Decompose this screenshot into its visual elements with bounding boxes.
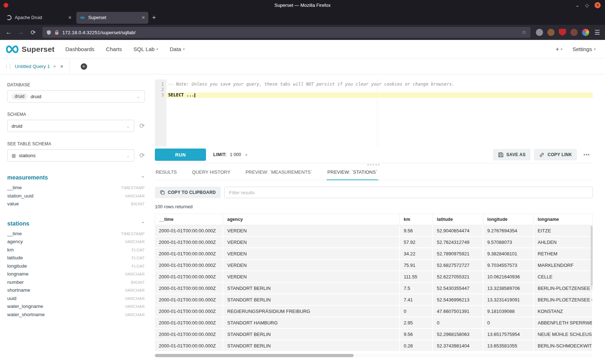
limit-label: LIMIT: <box>213 152 227 157</box>
add-new-button[interactable]: +▾ <box>556 46 563 53</box>
brand-name: Superset <box>22 45 54 54</box>
chevron-up-icon[interactable]: ⌄ <box>141 175 145 181</box>
horizontal-scrollbar-track[interactable] <box>155 354 593 357</box>
tab-close-icon[interactable]: ✕ <box>68 15 72 20</box>
extension-pinwheel-icon[interactable] <box>582 29 589 36</box>
settings-menu[interactable]: Settings▾ <box>573 46 596 52</box>
column-row: water_shortnameVARCHAR <box>7 311 145 319</box>
column-header[interactable]: longname <box>534 214 593 225</box>
pane-resize-handle[interactable]: ●●●●● <box>367 163 380 166</box>
save-icon <box>498 152 503 158</box>
column-type: VARCHAR <box>125 286 145 295</box>
insecure-lock-icon[interactable] <box>54 30 59 35</box>
more-actions-button[interactable]: ••• <box>581 152 593 158</box>
chevron-down-icon: ⌄ <box>136 94 140 99</box>
nav-dashboards[interactable]: Dashboards <box>65 46 94 52</box>
table-cell: 57.92 <box>400 237 433 248</box>
table-row: 2000-01-01T00:00:00.000ZVERDEN75.9152.68… <box>155 260 593 271</box>
chevron-down-icon: ▾ <box>246 153 247 157</box>
column-header[interactable]: km <box>400 214 433 225</box>
column-name: km <box>7 246 14 254</box>
table-cell: 52.9040654474 <box>433 225 483 237</box>
tab-close-icon[interactable]: ✕ <box>142 15 145 20</box>
column-type: VARCHAR <box>125 295 145 303</box>
pocket-icon[interactable] <box>536 29 543 36</box>
column-header[interactable]: longitude <box>483 214 534 225</box>
url-text[interactable]: 172.18.0.4:32251/superset/sqllab/ <box>62 30 135 35</box>
shield-icon[interactable] <box>46 30 51 35</box>
table-cell: VERDEN <box>223 225 400 237</box>
nav-charts[interactable]: Charts <box>106 46 122 52</box>
pane-splitter[interactable]: ●●●●● <box>155 163 593 167</box>
save-as-button[interactable]: SAVE AS <box>493 149 530 160</box>
table-cell: 2000-01-01T00:00:00.000Z <box>155 317 223 329</box>
table-select[interactable]: ▦ stations ⌄ <box>7 149 134 161</box>
schema-select[interactable]: druid ⌄ <box>7 120 134 132</box>
add-query-tab-button[interactable]: + <box>81 63 87 70</box>
table-cell: ABBENFLETH SPERRWERK <box>534 317 593 329</box>
browser-tab-apache-druid[interactable]: Apache Druid ✕ <box>3 12 75 24</box>
table-cell: 75.91 <box>400 260 433 271</box>
column-header[interactable]: latitude <box>433 214 483 225</box>
back-icon[interactable]: ← <box>3 27 14 38</box>
table-cell: STANDORT BERLIN <box>223 294 400 306</box>
menu-hamburger-icon[interactable]: ☰ <box>595 29 600 36</box>
table-cell: 13.3231419091 <box>483 294 534 306</box>
nav-sql-lab[interactable]: SQL Lab▾ <box>134 46 158 52</box>
table-cell: 0 <box>433 317 483 329</box>
window-maximize-icon[interactable]: ◇ <box>585 3 589 8</box>
table-row: 2000-01-01T00:00:00.000ZSTANDORT BERLIN7… <box>155 294 593 306</box>
refresh-table-icon[interactable]: ⟳ <box>139 151 145 159</box>
new-tab-button[interactable]: + <box>152 14 156 22</box>
superset-logo[interactable]: Superset <box>5 45 54 54</box>
table-vertical-scrollbar[interactable] <box>591 226 593 286</box>
refresh-schema-icon[interactable]: ⟳ <box>139 122 145 130</box>
run-button[interactable]: RUN <box>155 149 206 161</box>
table-cell: 2000-01-01T00:00:00.000Z <box>155 340 223 352</box>
browser-tab-superset[interactable]: ∞ Superset ✕ <box>76 12 148 24</box>
column-header[interactable]: agency <box>223 214 400 225</box>
table-cell: VERDEN <box>223 248 400 260</box>
query-tab-close-icon[interactable]: ✕ <box>60 64 64 69</box>
extension-icon[interactable] <box>547 29 555 36</box>
tab-preview-measurements[interactable]: PREVIEW: `MEASUREMENTS` <box>245 167 313 180</box>
table-section-header[interactable]: stations⌄ <box>7 220 145 227</box>
table-cell: 52.7890975921 <box>433 248 483 260</box>
tab-preview-stations[interactable]: PREVIEW: `STATIONS` <box>327 167 378 180</box>
filter-results-input[interactable] <box>224 187 593 198</box>
horizontal-scrollbar-thumb[interactable] <box>155 354 354 357</box>
column-row: station_uuidVARCHAR <box>7 192 145 200</box>
limit-dropdown[interactable]: 1 000▾ <box>230 152 247 157</box>
main-nav: Dashboards Charts SQL Lab▾ Data▾ <box>65 46 184 52</box>
window-close-icon[interactable]: ✕ <box>595 2 601 8</box>
editor-active-line[interactable]: SELECT ... <box>166 92 593 98</box>
window-minimize-icon[interactable]: ⌄ <box>575 3 579 8</box>
drag-handle-icon[interactable]: ⋮⋮ <box>4 64 12 69</box>
forward-icon[interactable]: → <box>15 27 27 38</box>
column-name: __time <box>7 230 22 238</box>
ublock-shield-icon[interactable] <box>559 29 566 36</box>
table-cell: 9.56 <box>400 225 433 237</box>
extension-icon[interactable] <box>570 29 578 36</box>
reload-icon[interactable]: ⟳ <box>27 27 39 38</box>
sql-editor[interactable]: 1 2 3 -- Note: Unless you save your quer… <box>155 79 593 146</box>
column-name: shortname <box>7 286 30 295</box>
column-header[interactable]: __time <box>155 214 223 225</box>
database-select[interactable]: druid druid ⌄ <box>7 90 145 103</box>
column-type: BIGINT <box>131 200 145 208</box>
chevron-up-icon[interactable]: ⌄ <box>141 221 145 226</box>
query-tab-untitled-1[interactable]: ⋮⋮ Untitled Query 1 ✕ <box>0 59 70 74</box>
tab-query-history[interactable]: QUERY HISTORY <box>191 167 231 180</box>
copy-to-clipboard-button[interactable]: COPY TO CLIPBOARD <box>155 187 221 198</box>
table-section-header[interactable]: measurements⌄ <box>7 174 145 181</box>
url-bar[interactable]: 172.18.0.4:32251/superset/sqllab/ ☆ <box>42 27 530 38</box>
table-cell: 47.6607501391 <box>433 306 483 317</box>
column-type: FLOAT <box>132 246 145 254</box>
column-row: __timeTIMESTAMP <box>7 230 145 238</box>
tab-results[interactable]: RESULTS <box>155 167 178 180</box>
bookmark-star-icon[interactable]: ☆ <box>521 29 526 36</box>
unsaved-dot-icon <box>53 65 56 68</box>
superset-favicon-icon: ∞ <box>80 15 85 21</box>
nav-data[interactable]: Data▾ <box>170 46 185 52</box>
copy-link-button[interactable]: COPY LINK <box>534 149 577 160</box>
